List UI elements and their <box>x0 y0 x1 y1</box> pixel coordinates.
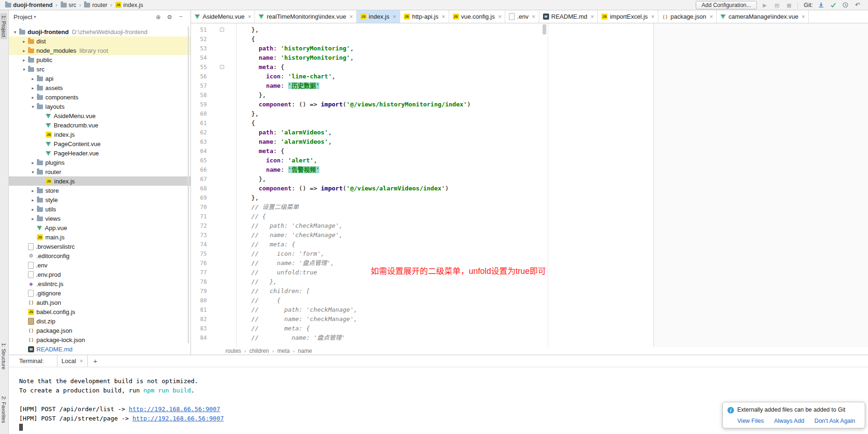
close-icon[interactable] <box>532 13 536 20</box>
editor-tab[interactable]: JSindex.js <box>357 10 400 23</box>
tree-item[interactable]: { }package-lock.json <box>9 335 191 344</box>
close-icon[interactable] <box>349 13 353 20</box>
chevron-collapsed-icon[interactable]: ▸ <box>29 76 36 81</box>
tree-item[interactable]: .browserslistrc <box>9 242 191 251</box>
editor-tab[interactable]: MREADME.md <box>539 10 598 23</box>
tree-item[interactable]: ▸node_moduleslibrary root <box>9 46 191 55</box>
tree-item[interactable]: ▸public <box>9 55 191 64</box>
tree-item[interactable]: .env <box>9 260 191 270</box>
coverage-icon[interactable]: ▦ <box>785 1 793 9</box>
close-icon[interactable] <box>651 13 655 20</box>
chevron-collapsed-icon[interactable]: ▸ <box>29 85 36 91</box>
hide-panel-icon[interactable]: − <box>175 14 186 20</box>
code-area[interactable]: 如需设置展开的二级菜单，unfold设置为true即可 }, { path: '… <box>237 23 868 347</box>
breadcrumb-item[interactable]: src <box>59 2 78 8</box>
breadcrumb-item[interactable]: router <box>83 2 108 8</box>
chevron-collapsed-icon[interactable]: ▸ <box>21 39 28 44</box>
editor-tab[interactable]: JSimportExcel.js <box>598 10 658 23</box>
fold-marker[interactable] <box>220 65 224 69</box>
breadcrumb-item[interactable]: duoji-frontend <box>4 2 54 8</box>
terminal-link[interactable]: http://192.168.66.56:9007 <box>129 406 220 413</box>
tool-button-structure[interactable]: 1: Structure <box>0 341 7 372</box>
project-panel-title[interactable]: Project <box>14 14 32 21</box>
close-icon[interactable] <box>248 13 252 20</box>
tree-item[interactable]: ▸dist <box>9 36 191 46</box>
chevron-down-icon[interactable]: ▾ <box>34 14 36 19</box>
history-icon[interactable] <box>841 1 849 9</box>
notification-action[interactable]: Don't Ask Again <box>814 418 855 424</box>
tool-button-favorites[interactable]: 2: Favorites <box>0 394 7 425</box>
tree-item[interactable]: JSindex.js <box>9 176 191 186</box>
close-icon[interactable] <box>442 13 445 20</box>
gear-icon[interactable]: ⚙ <box>164 14 175 21</box>
close-icon[interactable] <box>498 13 502 20</box>
project-scrollbar[interactable] <box>188 26 189 343</box>
tree-item[interactable]: PageContent.vue <box>9 139 191 148</box>
chevron-collapsed-icon[interactable]: ▸ <box>29 216 36 221</box>
tree-item[interactable]: PageHeader.vue <box>9 148 191 158</box>
tree-item[interactable]: JSbabel.config.js <box>9 307 191 316</box>
tree-item[interactable]: .env.prod <box>9 270 191 279</box>
editor-breadcrumb-item[interactable]: routes <box>226 348 241 354</box>
chevron-expanded-icon[interactable]: ▾ <box>29 104 36 109</box>
notification-action[interactable]: View Files <box>737 418 764 424</box>
chevron-expanded-icon[interactable]: ▾ <box>12 29 19 35</box>
chevron-expanded-icon[interactable]: ▾ <box>29 169 36 175</box>
breadcrumb-item[interactable]: JSindex.js <box>114 2 144 8</box>
tree-item[interactable]: ▸components <box>9 92 191 102</box>
tree-item[interactable]: dist.zip <box>9 316 191 326</box>
run-icon[interactable]: ▶ <box>761 1 769 9</box>
chevron-collapsed-icon[interactable]: ▸ <box>29 197 36 203</box>
tree-item[interactable]: MREADME.md <box>9 344 191 354</box>
tree-item[interactable]: .gitignore <box>9 288 191 298</box>
tree-item[interactable]: ▸plugins <box>9 158 191 167</box>
chevron-collapsed-icon[interactable]: ▸ <box>29 95 36 100</box>
tool-button-project[interactable]: 1: Project <box>0 13 7 39</box>
editor-breadcrumb-item[interactable]: name <box>298 348 312 354</box>
editor-tab[interactable]: JShttp-api.js <box>400 10 449 23</box>
tree-item[interactable]: ▾duoji-frontendD:\zheheWeb\duoji-fronten… <box>9 27 191 36</box>
editor-tab[interactable]: cameraManage\index.vue <box>717 10 809 23</box>
tree-item[interactable]: ▾src <box>9 64 191 74</box>
editor-tab[interactable]: JSvue.config.js <box>449 10 506 23</box>
chevron-collapsed-icon[interactable]: ▸ <box>21 57 28 63</box>
tree-item[interactable]: ▸views <box>9 214 191 223</box>
close-icon[interactable] <box>802 13 805 20</box>
editor-tab[interactable]: .env <box>505 10 539 23</box>
locate-file-icon[interactable]: ⊕ <box>153 14 164 21</box>
rollback-icon[interactable]: ↶ <box>854 1 861 9</box>
editor-tab[interactable]: { }package.json <box>658 10 717 23</box>
tree-item[interactable]: { }package.json <box>9 326 191 335</box>
tree-item[interactable]: ◈.eslintrc.js <box>9 279 191 288</box>
chevron-collapsed-icon[interactable]: ▸ <box>21 48 28 53</box>
editor-tab[interactable]: AsideMenu.vue <box>191 10 255 23</box>
close-icon[interactable] <box>710 13 713 20</box>
debug-icon[interactable]: ▤ <box>773 1 781 9</box>
terminal-link[interactable]: http://192.168.66.56:9007 <box>133 415 224 422</box>
chevron-collapsed-icon[interactable]: ▸ <box>29 207 36 212</box>
add-configuration-button[interactable]: Add Configuration... <box>696 1 756 9</box>
editor-breadcrumb-item[interactable]: meta <box>277 348 290 354</box>
close-icon[interactable] <box>591 13 594 20</box>
tree-item[interactable]: App.vue <box>9 223 191 232</box>
git-update-icon[interactable] <box>817 1 825 9</box>
notification-action[interactable]: Always Add <box>774 418 804 424</box>
tree-item[interactable]: AsideMenu.vue <box>9 111 191 120</box>
tree-item[interactable]: ⚙.editorconfig <box>9 251 191 260</box>
fold-marker[interactable] <box>220 28 224 32</box>
tree-item[interactable]: { }auth.json <box>9 298 191 307</box>
tree-item[interactable]: ▸style <box>9 195 191 204</box>
tree-item[interactable]: JSmain.js <box>9 232 191 242</box>
git-commit-icon[interactable] <box>829 1 837 9</box>
close-icon[interactable] <box>393 13 396 20</box>
new-terminal-icon[interactable]: + <box>93 357 98 365</box>
tree-item[interactable]: ▸utils <box>9 204 191 214</box>
tree-item[interactable]: ▸api <box>9 74 191 83</box>
tree-item[interactable]: ▾router <box>9 167 191 176</box>
tree-item[interactable]: Breadcrumb.vue <box>9 120 191 130</box>
editor-tab[interactable]: realTimeMonitoring\index.vue <box>255 10 357 23</box>
tree-item[interactable]: ▸store <box>9 186 191 195</box>
chevron-collapsed-icon[interactable]: ▸ <box>29 188 36 193</box>
editor-breadcrumb-item[interactable]: children <box>249 348 269 354</box>
chevron-expanded-icon[interactable]: ▾ <box>21 67 28 72</box>
